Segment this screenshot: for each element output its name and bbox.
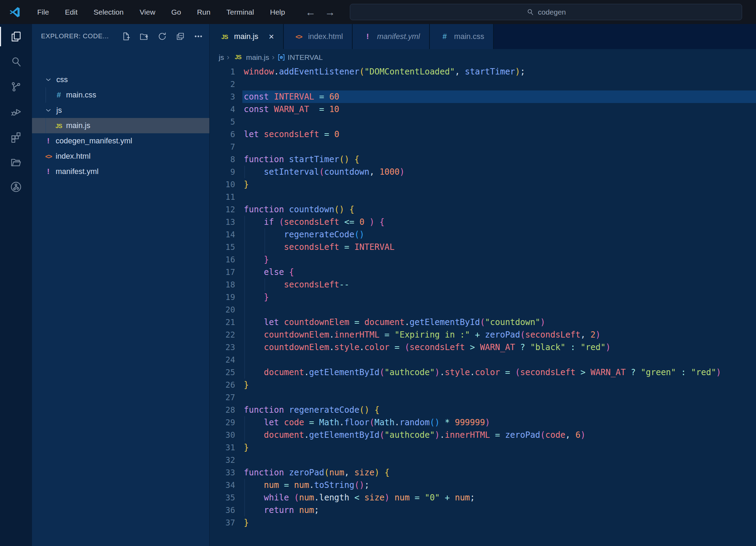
line-number[interactable]: 3 (210, 90, 235, 103)
activity-folder-opened[interactable] (0, 149, 32, 174)
line-number[interactable]: 33 (210, 466, 235, 479)
line-number[interactable]: 9 (210, 166, 235, 178)
tree-item-index.html[interactable]: <>index.html (32, 149, 210, 164)
line-number[interactable]: 14 (210, 228, 235, 241)
line-number[interactable]: 15 (210, 241, 235, 253)
activity-commit-graph[interactable] (0, 174, 32, 199)
tab-main.css[interactable]: #main.css (430, 24, 494, 49)
line-number[interactable]: 17 (210, 266, 235, 278)
line-number[interactable]: 23 (210, 341, 235, 354)
line-number[interactable]: 10 (210, 178, 235, 191)
line-number[interactable]: 34 (210, 479, 235, 491)
activity-extensions[interactable] (0, 124, 32, 149)
sidebar-editor-divider[interactable] (209, 24, 210, 546)
code-line-27[interactable] (210, 391, 756, 404)
code-line-14[interactable]: regenerateCode() (210, 228, 756, 241)
line-number[interactable]: 19 (210, 291, 235, 303)
line-number[interactable]: 16 (210, 253, 235, 266)
menu-item-run[interactable]: Run (189, 0, 219, 24)
line-number[interactable]: 4 (210, 103, 235, 116)
activity-run-debug[interactable] (0, 99, 32, 124)
line-number[interactable]: 25 (210, 366, 235, 379)
code-line-9[interactable]: setInterval(countdown, 1000) (210, 166, 756, 178)
code-line-36[interactable]: return num; (210, 504, 756, 516)
code-line-5[interactable] (210, 116, 756, 128)
more-actions-button[interactable] (193, 31, 203, 41)
code-line-6[interactable]: let secondsLeft = 0 (210, 128, 756, 141)
code-line-22[interactable]: countdownElem.innerHTML = "Expiring in :… (210, 329, 756, 341)
code-line-20[interactable] (210, 303, 756, 316)
line-number[interactable]: 26 (210, 379, 235, 391)
activity-source-control[interactable] (0, 74, 32, 99)
activity-search[interactable] (0, 49, 32, 74)
menu-item-edit[interactable]: Edit (57, 0, 86, 24)
tree-item-main.css[interactable]: #main.css (32, 87, 210, 103)
line-number[interactable]: 8 (210, 153, 235, 166)
breadcrumb-item-main.js[interactable]: JSmain.js (232, 53, 270, 62)
code-editor[interactable]: 1234567891011121314151617181920212223242… (210, 65, 756, 546)
new-file-button[interactable] (121, 31, 131, 41)
tree-item-manifest.yml[interactable]: !manifest.yml (32, 164, 210, 179)
tab-index.html[interactable]: <>index.html (284, 24, 353, 49)
tab-manifest.yml[interactable]: !manifest.yml (353, 24, 429, 49)
line-number[interactable]: 28 (210, 404, 235, 416)
back-arrow-icon[interactable]: ← (305, 6, 316, 18)
code-line-7[interactable] (210, 141, 756, 153)
code-line-18[interactable]: secondsLeft-- (210, 278, 756, 291)
menu-item-file[interactable]: File (29, 0, 57, 24)
tree-folder-css[interactable]: css (32, 72, 210, 87)
menu-item-terminal[interactable]: Terminal (218, 0, 262, 24)
line-number[interactable]: 37 (210, 516, 235, 529)
code-line-23[interactable]: countdownElem.style.color = (secondsLeft… (210, 341, 756, 354)
code-line-4[interactable]: const WARN_AT = 10 (210, 103, 756, 116)
code-line-16[interactable]: } (210, 253, 756, 266)
command-center-search[interactable]: codegen (350, 4, 742, 20)
tree-item-main.js[interactable]: JSmain.js (32, 118, 210, 133)
line-number[interactable]: 6 (210, 128, 235, 141)
line-number[interactable]: 13 (210, 216, 235, 228)
tree-folder-js[interactable]: js (32, 103, 210, 118)
breadcrumb-item-INTERVAL[interactable]: INTERVAL (277, 53, 323, 62)
code-line-17[interactable]: else { (210, 266, 756, 278)
line-number[interactable]: 2 (210, 78, 235, 90)
code-line-35[interactable]: while (num.length < size) num = "0" + nu… (210, 491, 756, 504)
line-number[interactable]: 5 (210, 116, 235, 128)
code-line-1[interactable]: window.addEventListener("DOMContentLoade… (210, 65, 756, 78)
code-line-13[interactable]: if (secondsLeft <= 0 ) { (210, 216, 756, 228)
line-number[interactable]: 18 (210, 278, 235, 291)
code-line-31[interactable]: } (210, 441, 756, 454)
code-line-24[interactable] (210, 354, 756, 366)
code-line-30[interactable]: document.getElementById("authcode").inne… (210, 429, 756, 441)
code-line-10[interactable]: } (210, 178, 756, 191)
menu-item-view[interactable]: View (131, 0, 163, 24)
code-line-29[interactable]: let code = Math.floor(Math.random() * 99… (210, 416, 756, 429)
collapse-all-button[interactable] (175, 31, 185, 41)
activity-explorer[interactable] (0, 24, 32, 49)
line-number[interactable]: 29 (210, 416, 235, 429)
line-number[interactable]: 30 (210, 429, 235, 441)
line-number[interactable]: 1 (210, 65, 235, 78)
code-line-3[interactable]: const INTERVAL = 60 (210, 90, 756, 103)
tab-main.js[interactable]: JSmain.js× (210, 24, 284, 49)
code-line-32[interactable] (210, 454, 756, 466)
line-number[interactable]: 7 (210, 141, 235, 153)
code-line-34[interactable]: num = num.toString(); (210, 479, 756, 491)
code-line-19[interactable]: } (210, 291, 756, 303)
line-number[interactable]: 27 (210, 391, 235, 404)
menu-item-selection[interactable]: Selection (86, 0, 131, 24)
tree-item-codegen_manifest.yml[interactable]: !codegen_manifest.yml (32, 133, 210, 149)
code-line-15[interactable]: secondsLeft = INTERVAL (210, 241, 756, 253)
code-line-21[interactable]: let countdownElem = document.getElementB… (210, 316, 756, 329)
line-number[interactable]: 20 (210, 303, 235, 316)
code-line-11[interactable] (210, 191, 756, 203)
code-line-26[interactable]: } (210, 379, 756, 391)
line-number[interactable]: 24 (210, 354, 235, 366)
forward-arrow-icon[interactable]: → (325, 6, 335, 18)
code-line-12[interactable]: function countdown() { (210, 203, 756, 216)
code-line-37[interactable]: } (210, 516, 756, 529)
code-line-25[interactable]: document.getElementById("authcode").styl… (210, 366, 756, 379)
line-number[interactable]: 11 (210, 191, 235, 203)
code-line-28[interactable]: function regenerateCode() { (210, 404, 756, 416)
menu-item-help[interactable]: Help (262, 0, 293, 24)
line-number[interactable]: 12 (210, 203, 235, 216)
